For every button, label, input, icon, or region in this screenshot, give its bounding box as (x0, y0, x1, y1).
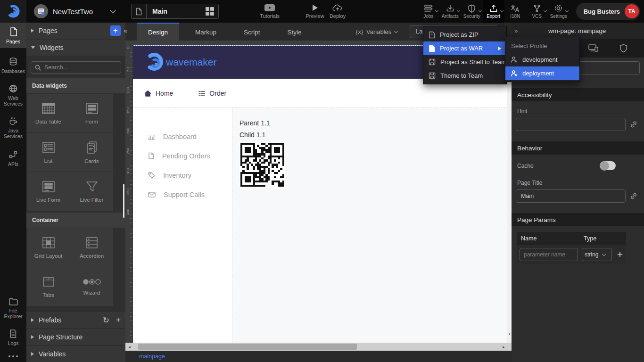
sidebar-item-apis[interactable]: APIs (0, 146, 26, 171)
database-icon (8, 57, 18, 66)
sidebar-item-logs[interactable]: Logs (0, 325, 26, 350)
security-shield-icon[interactable] (619, 44, 627, 53)
widget-list[interactable]: List (27, 133, 70, 172)
page-title-input[interactable] (516, 189, 626, 203)
security-button[interactable]: Security (461, 0, 483, 23)
add-page-button[interactable]: + (110, 25, 121, 36)
sidebar-item-file-explorer[interactable]: File Explorer (0, 293, 26, 323)
param-name-input[interactable] (520, 248, 578, 261)
canvas-page-content: Dashboard Pending Orders Inventory (133, 107, 507, 343)
menu-item-support-calls[interactable]: Support Calls (133, 185, 232, 204)
prefabs-section-header[interactable]: Prefabs ↻ + (26, 312, 125, 328)
widget-data-table[interactable]: Data Table (27, 94, 70, 132)
section-accessibility[interactable]: Accessibility (512, 88, 644, 101)
canvas-nav-order[interactable]: Order (198, 90, 226, 97)
section-page-params[interactable]: Page Params (512, 213, 644, 226)
scroll-down-icon[interactable]: ▾ (507, 332, 512, 336)
export-button[interactable]: Export (483, 0, 504, 23)
sidebar-item-databases[interactable]: Databases (0, 53, 26, 78)
war-file-icon (429, 45, 435, 52)
chevron-down-icon (602, 252, 606, 255)
design-canvas[interactable]: wavemaker Home Order (133, 45, 507, 343)
pages-section-header[interactable]: Pages + (26, 23, 125, 39)
topbar-tools: Jobs Artifacts Security (418, 0, 570, 23)
widget-grid-layout[interactable]: Grid Layout (27, 228, 70, 267)
jobs-server-icon (424, 4, 433, 13)
expand-panel-icon[interactable]: » (512, 27, 521, 34)
panel-scrollbar[interactable] (123, 184, 124, 218)
form-icon (85, 102, 99, 115)
preview-button[interactable]: Preview (304, 4, 326, 19)
collapse-panel-icon[interactable]: « (124, 27, 127, 34)
canvas-brand-text: wavemaker (166, 57, 216, 68)
avatar[interactable]: TA (625, 4, 639, 18)
bind-link-icon[interactable] (629, 192, 640, 200)
menu-item-theme-to-team[interactable]: Theme to Team (423, 69, 506, 82)
widget-live-filter[interactable]: Live Filter (70, 172, 113, 211)
page-tab-label: Main (147, 8, 206, 15)
tab-design[interactable]: Design (137, 23, 179, 41)
add-prefab-button[interactable]: + (116, 315, 121, 325)
canvas-vertical-scrollbar[interactable]: ▾ (507, 45, 512, 343)
sidebar-item-web-services[interactable]: Web Services (0, 80, 26, 110)
add-param-button[interactable]: + (614, 249, 626, 260)
menu-item-project-as-war[interactable]: Project as WAR (423, 41, 506, 55)
sidebar-item-java-services[interactable]: Java Services (0, 112, 26, 143)
menu-item-project-as-shell[interactable]: Project as Shell to Team (423, 55, 506, 69)
sidebar-item-pages[interactable]: Pages (0, 23, 26, 48)
child-label[interactable]: Child 1.1 (239, 131, 507, 139)
bind-link-icon[interactable] (629, 120, 640, 129)
section-behavior[interactable]: Behavior (512, 141, 644, 155)
menu-item-project-as-zip[interactable]: Project as ZIP (423, 28, 506, 41)
vcs-button[interactable]: VCS (526, 0, 548, 23)
hscroll-thumb[interactable] (138, 344, 357, 350)
canvas-nav-home[interactable]: Home (144, 90, 173, 97)
chevron-down-icon (544, 9, 547, 12)
tab-markup[interactable]: Markup (184, 23, 228, 41)
deploy-button[interactable]: Deploy (326, 4, 349, 19)
page-layout-grid-icon[interactable] (206, 7, 214, 16)
tab-script[interactable]: Script (232, 23, 272, 41)
refresh-icon[interactable]: ↻ (103, 315, 109, 325)
team-button[interactable]: Bug Busters TA (576, 3, 640, 20)
page-structure-section-header[interactable]: Page Structure (26, 329, 125, 345)
menu-item-deployment-profile[interactable]: deployment (505, 66, 579, 80)
devices-icon[interactable] (588, 44, 599, 52)
i18n-button[interactable]: I18N (504, 0, 526, 23)
hint-input[interactable] (516, 118, 626, 131)
status-page-link[interactable]: mainpage (139, 353, 165, 360)
widget-form[interactable]: Form (70, 94, 113, 132)
tab-style[interactable]: Style (276, 23, 313, 41)
variables-section-header[interactable]: Variables (26, 346, 125, 362)
widget-wizard[interactable]: Wizard (70, 267, 113, 306)
project-icon (34, 4, 48, 18)
scroll-left-icon[interactable]: ◂ (125, 343, 133, 351)
tutorials-button[interactable]: Tutorials (255, 4, 285, 19)
jobs-button[interactable]: Jobs (418, 0, 439, 23)
widget-cards[interactable]: Cards (70, 133, 113, 172)
widget-live-form[interactable]: Live Form (27, 172, 70, 211)
widget-search-input[interactable] (44, 64, 117, 71)
settings-button[interactable]: Settings (548, 0, 570, 23)
widget-tabs[interactable]: Tabs (27, 267, 70, 306)
open-page-tab[interactable]: Main (131, 4, 219, 19)
parent-label[interactable]: Parent 1.1 (239, 119, 507, 127)
widget-accordion[interactable]: Accordion (70, 228, 113, 267)
variables-dropdown[interactable]: {x} Variables (356, 28, 397, 35)
menu-item-pending-orders[interactable]: Pending Orders (133, 146, 232, 165)
more-options-icon[interactable] (0, 350, 26, 362)
scroll-right-icon[interactable]: ▸ (500, 343, 508, 351)
canvas-content-area[interactable]: Parent 1.1 Child 1.1 (232, 108, 507, 343)
menu-item-development-profile[interactable]: development (505, 53, 579, 66)
param-type-select[interactable]: string (582, 248, 612, 261)
menu-item-inventory[interactable]: Inventory (133, 165, 232, 185)
team-name: Bug Busters (584, 8, 620, 15)
widgets-section-header[interactable]: Widgets (26, 40, 125, 56)
artifacts-button[interactable]: Artifacts (439, 0, 461, 23)
cache-toggle[interactable] (600, 161, 616, 170)
widget-search[interactable] (31, 61, 121, 74)
menu-item-dashboard[interactable]: Dashboard (133, 127, 232, 146)
project-switcher[interactable]: NewTestTwo (34, 4, 115, 18)
canvas-horizontal-scrollbar[interactable]: ◂ ▸ (125, 343, 512, 351)
wavemaker-logo[interactable] (0, 0, 26, 23)
